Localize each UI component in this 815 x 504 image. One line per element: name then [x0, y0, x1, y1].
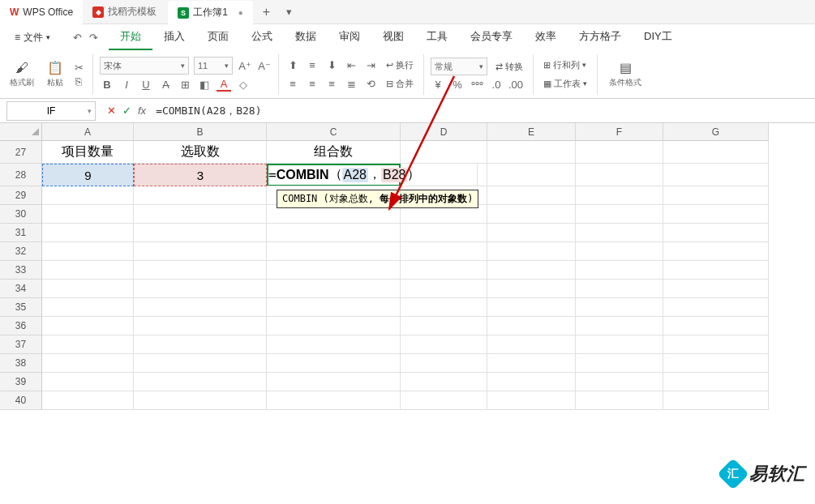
copy-button[interactable]: ⎘ — [71, 75, 86, 88]
cell-E36[interactable] — [487, 317, 576, 335]
cell-D31[interactable] — [401, 224, 487, 242]
cell-C34[interactable] — [267, 280, 401, 298]
cell-E29[interactable] — [487, 186, 576, 205]
menu-item-9[interactable]: 效率 — [524, 24, 568, 50]
cell-A38[interactable] — [42, 354, 134, 373]
row-header-35[interactable]: 35 — [0, 298, 42, 317]
cell-F39[interactable] — [576, 373, 663, 391]
col-header-D[interactable]: D — [401, 123, 487, 141]
merge-button[interactable]: ⊟ 合并 — [383, 76, 417, 92]
cell-D37[interactable] — [401, 335, 487, 354]
cell-A37[interactable] — [42, 335, 134, 354]
cell-A33[interactable] — [42, 261, 134, 280]
fx-button[interactable]: fx — [138, 105, 146, 117]
cancel-formula-button[interactable]: ✕ — [107, 105, 116, 117]
decrease-font-button[interactable]: A⁻ — [257, 60, 272, 72]
decrease-decimal-button[interactable]: .0 — [489, 79, 504, 91]
cell-B29[interactable] — [134, 186, 267, 205]
cell-G34[interactable] — [663, 280, 769, 298]
increase-indent-button[interactable]: ⇥ — [363, 59, 378, 71]
menu-item-4[interactable]: 数据 — [284, 24, 328, 50]
cell-B36[interactable] — [134, 317, 267, 335]
cell-E37[interactable] — [487, 335, 576, 354]
file-menu[interactable]: ≡ 文件 ▾ — [6, 28, 58, 48]
cell-G35[interactable] — [663, 298, 769, 317]
font-size-select[interactable]: 11 ▾ — [194, 57, 233, 75]
cell-E40[interactable] — [487, 391, 576, 410]
cell-G38[interactable] — [663, 354, 769, 373]
cell-E32[interactable] — [487, 242, 576, 261]
align-center-button[interactable]: ≡ — [305, 78, 320, 90]
cell-D35[interactable] — [401, 298, 487, 317]
cell-C31[interactable] — [267, 224, 401, 242]
cell-B27[interactable]: 选取数 — [134, 141, 267, 164]
row-header-30[interactable]: 30 — [0, 205, 42, 224]
format-painter-button[interactable]: 🖌 格式刷 — [5, 59, 39, 90]
add-tab-button[interactable]: + — [255, 5, 278, 19]
cell-B35[interactable] — [134, 298, 267, 317]
convert-button[interactable]: ⇄ 转换 — [492, 59, 526, 75]
wrap-text-button[interactable]: ↩ 换行 — [383, 58, 417, 73]
cell-G32[interactable] — [663, 242, 769, 261]
align-top-button[interactable]: ⬆ — [285, 59, 300, 71]
cell-B40[interactable] — [134, 391, 267, 410]
cell-A39[interactable] — [42, 373, 134, 391]
cell-E27[interactable] — [487, 141, 576, 164]
cell-E38[interactable] — [487, 354, 576, 373]
col-header-E[interactable]: E — [487, 123, 576, 141]
font-name-select[interactable]: 宋体 ▾ — [100, 57, 189, 75]
worksheet-button[interactable]: ▦ 工作表 ▾ — [540, 76, 590, 92]
cell-A27[interactable]: 项目数量 — [42, 141, 134, 164]
cell-F28[interactable] — [576, 164, 663, 186]
cond-format-button[interactable]: ▤ 条件格式 — [604, 58, 646, 90]
cell-F30[interactable] — [576, 205, 663, 224]
cell-C39[interactable] — [267, 373, 401, 391]
row-header-33[interactable]: 33 — [0, 261, 42, 280]
cell-C27[interactable]: 组合数 — [267, 141, 401, 164]
clear-format-button[interactable]: ◇ — [236, 79, 251, 91]
cell-F34[interactable] — [576, 280, 663, 298]
cell-B33[interactable] — [134, 261, 267, 280]
cell-F31[interactable] — [576, 224, 663, 242]
italic-button[interactable]: I — [119, 79, 134, 91]
name-box[interactable]: IF ▾ — [6, 101, 96, 121]
increase-decimal-button[interactable]: .00 — [508, 79, 523, 91]
font-color-button[interactable]: A — [217, 78, 231, 92]
cell-E39[interactable] — [487, 373, 576, 391]
cell-F40[interactable] — [576, 391, 663, 410]
cell-A32[interactable] — [42, 242, 134, 261]
col-header-C[interactable]: C — [267, 123, 401, 141]
currency-button[interactable]: ¥ — [431, 79, 445, 91]
menu-item-10[interactable]: 方方格子 — [568, 24, 633, 50]
cell-A40[interactable] — [42, 391, 134, 410]
bold-button[interactable]: B — [100, 79, 114, 91]
formula-input[interactable]: =COMBIN(A28，B28) — [151, 101, 815, 121]
formula-editing-cell[interactable]: =COMBIN（A28， B28） — [267, 164, 478, 186]
align-middle-button[interactable]: ≡ — [305, 59, 320, 71]
cell-D33[interactable] — [401, 261, 487, 280]
col-header-B[interactable]: B — [134, 123, 267, 141]
cell-C33[interactable] — [267, 261, 401, 280]
cell-E31[interactable] — [487, 224, 576, 242]
menu-item-8[interactable]: 会员专享 — [459, 24, 524, 50]
cell-E30[interactable] — [487, 205, 576, 224]
col-header-F[interactable]: F — [576, 123, 663, 141]
row-header-27[interactable]: 27 — [0, 141, 42, 164]
cell-B28[interactable]: 3 — [134, 164, 267, 186]
cell-B39[interactable] — [134, 373, 267, 391]
cell-B32[interactable] — [134, 242, 267, 261]
cell-B31[interactable] — [134, 224, 267, 242]
cell-A29[interactable] — [42, 186, 134, 205]
cell-A35[interactable] — [42, 298, 134, 317]
cell-C32[interactable] — [267, 242, 401, 261]
cell-F38[interactable] — [576, 354, 663, 373]
cell-G39[interactable] — [663, 373, 769, 391]
cell-F36[interactable] — [576, 317, 663, 335]
cell-A34[interactable] — [42, 280, 134, 298]
justify-button[interactable]: ≣ — [344, 78, 358, 90]
menu-item-6[interactable]: 视图 — [371, 24, 415, 50]
col-header-A[interactable]: A — [42, 123, 134, 141]
tab-modified-dot[interactable]: ● — [238, 8, 243, 17]
cell-D27[interactable] — [401, 141, 487, 164]
cell-E35[interactable] — [487, 298, 576, 317]
